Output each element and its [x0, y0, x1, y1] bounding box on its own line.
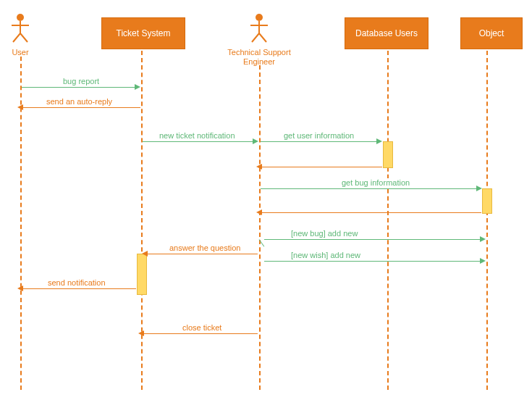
- arrowhead-icon: [480, 236, 486, 242]
- message-auto-reply: [23, 107, 140, 108]
- svg-point-5: [256, 14, 263, 21]
- svg-point-0: [17, 14, 24, 21]
- lifeline-engineer: [259, 65, 261, 390]
- message-new-ticket: [143, 141, 254, 142]
- svg-line-8: [252, 33, 259, 42]
- stick-figure-icon: [249, 13, 269, 43]
- arrowhead-icon: [376, 138, 382, 144]
- lifeline-ticket-system: [141, 51, 143, 390]
- message-get-user-info: [261, 141, 378, 142]
- message-get-bug-info-label: get bug information: [340, 178, 411, 187]
- participant-ticket-system-label: Ticket System: [117, 28, 171, 38]
- message-new-bug: [264, 239, 481, 240]
- message-bug-report: [22, 87, 136, 88]
- message-close-ticket: [144, 333, 258, 334]
- arrowhead-icon: [253, 138, 258, 144]
- arrowhead-icon: [17, 104, 23, 110]
- message-answer-question: [148, 254, 258, 254]
- stick-figure-icon: [10, 13, 30, 43]
- participant-object-label: Object: [479, 28, 504, 38]
- activation-ticket-system: [137, 254, 147, 295]
- sequence-diagram: User Ticket System Technical SupportEngi…: [0, 0, 532, 400]
- message-return-user-info: [262, 167, 382, 167]
- message-return-bug-info: [262, 212, 481, 213]
- svg-line-3: [13, 33, 20, 42]
- participant-database-users: Database Users: [345, 17, 428, 49]
- arrowhead-icon: [138, 330, 144, 336]
- arrowhead-icon: [256, 209, 262, 215]
- lifeline-database-users: [387, 51, 389, 390]
- message-bug-report-label: bug report: [62, 77, 101, 86]
- message-send-notification: [23, 288, 136, 289]
- lifeline-object: [486, 51, 488, 390]
- participant-ticket-system: Ticket System: [101, 17, 185, 49]
- message-answer-question-label: answer the question: [168, 243, 242, 252]
- participant-database-users-label: Database Users: [355, 28, 418, 38]
- arrowhead-icon: [135, 84, 140, 90]
- svg-line-9: [259, 33, 266, 42]
- message-new-ticket-label: new ticket notification: [158, 131, 237, 140]
- arrowhead-icon: [142, 251, 148, 257]
- message-new-bug-label: [new bug] add new: [290, 229, 359, 238]
- svg-line-4: [20, 33, 28, 42]
- actor-engineer-label: Technical SupportEngineer: [224, 48, 294, 67]
- message-get-user-info-label: get user information: [282, 131, 355, 140]
- actor-user: User: [10, 13, 30, 57]
- arrowhead-icon: [256, 164, 262, 170]
- message-get-bug-info: [261, 188, 478, 189]
- arrowhead-icon: [476, 186, 482, 191]
- message-new-wish-label: [new wish] add new: [290, 251, 362, 259]
- message-close-ticket-label: close ticket: [181, 323, 223, 332]
- activation-object: [482, 188, 492, 214]
- actor-engineer: Technical SupportEngineer: [224, 13, 294, 67]
- arrowhead-icon: [480, 258, 486, 264]
- message-new-wish: [264, 261, 481, 262]
- arrowhead-icon: [17, 286, 23, 291]
- activation-database-users: [383, 141, 393, 168]
- message-auto-reply-label: send an auto-reply: [45, 97, 114, 106]
- message-send-notification-label: send notification: [46, 278, 107, 287]
- actor-user-label: User: [10, 48, 30, 57]
- participant-object: Object: [460, 17, 523, 49]
